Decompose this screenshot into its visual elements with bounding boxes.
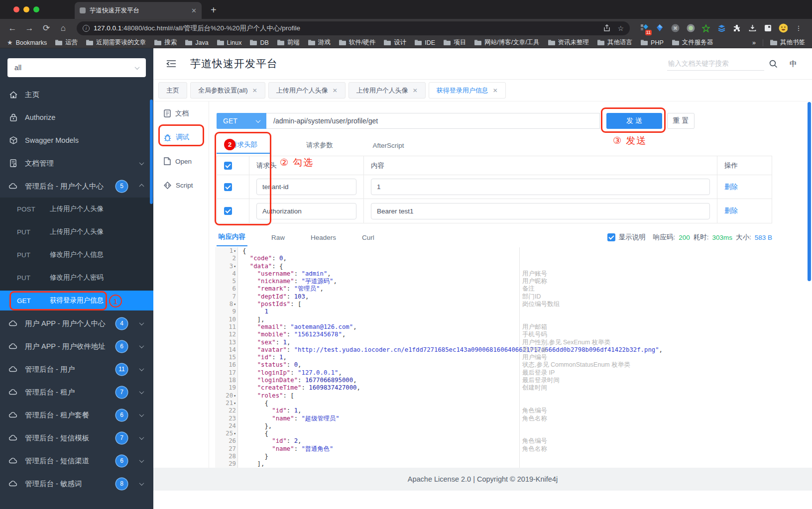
line-number[interactable]: 20▾ bbox=[215, 392, 238, 400]
line-number[interactable]: 18 bbox=[215, 377, 238, 384]
search-icon[interactable] bbox=[769, 60, 778, 68]
download-extension-icon[interactable] bbox=[748, 24, 757, 33]
window-zoom-button[interactable] bbox=[33, 6, 39, 12]
bookmark-folder[interactable]: PHP bbox=[641, 39, 664, 46]
bookmark-folder[interactable]: 资讯未整理 bbox=[548, 38, 589, 47]
bookmark-folder[interactable]: 游戏 bbox=[308, 38, 331, 47]
sidebar-group-item[interactable]: 用户 APP - 用户个人中心 4 bbox=[0, 312, 153, 335]
line-number[interactable]: 7 bbox=[215, 293, 238, 301]
delete-row-link[interactable]: 删除 bbox=[724, 206, 738, 215]
other-bookmarks-folder[interactable]: 其他书签 bbox=[770, 38, 805, 47]
bookmark-folder[interactable]: 搜索 bbox=[154, 38, 177, 47]
tab-request-headers[interactable]: 请求头部 bbox=[217, 137, 271, 154]
window-close-button[interactable] bbox=[13, 6, 19, 12]
header-name-input[interactable] bbox=[256, 203, 356, 219]
bookmark-folder[interactable]: DB bbox=[250, 39, 268, 46]
star-extension-icon[interactable] bbox=[701, 24, 710, 33]
tab-headers[interactable]: Headers bbox=[309, 228, 338, 246]
line-number[interactable]: 27 bbox=[215, 445, 238, 453]
api-endpoint-item[interactable]: PUT 上传用户个人头像 bbox=[0, 220, 153, 243]
tab-close-icon[interactable]: ✕ bbox=[413, 87, 418, 94]
sidebar-item-swagger-models[interactable]: Swagger Models bbox=[0, 129, 153, 152]
send-button[interactable]: 发 送 bbox=[606, 113, 662, 129]
address-bar[interactable]: i 127.0.0.1:48080/doc.html#/all/管理后台%20-… bbox=[77, 21, 630, 35]
home-icon[interactable]: ⌂ bbox=[56, 23, 71, 33]
menu-kebab-icon[interactable]: ⋮ bbox=[794, 24, 803, 33]
tab-close-icon[interactable]: ✕ bbox=[333, 87, 338, 94]
line-number[interactable]: 8▾ bbox=[215, 301, 238, 308]
line-number[interactable]: 9 bbox=[215, 308, 238, 315]
bookmark-folder[interactable]: 运营 bbox=[55, 38, 78, 47]
bookmark-folder[interactable]: IDE bbox=[415, 39, 435, 46]
nav-item-debug[interactable]: 调试 bbox=[153, 125, 209, 149]
sidebar-group-item[interactable]: 用户 APP - 用户收件地址 6 bbox=[0, 335, 153, 358]
layers-extension-icon[interactable] bbox=[717, 24, 726, 33]
sidebar-group-item[interactable]: 管理后台 - 短信渠道 6 bbox=[0, 449, 153, 472]
line-number[interactable]: 1▾ bbox=[215, 247, 238, 255]
page-scrollbar[interactable] bbox=[808, 102, 811, 281]
sidebar-collapse-icon[interactable] bbox=[166, 60, 176, 68]
api-endpoint-item[interactable]: POST 上传用户个人头像 bbox=[0, 198, 153, 220]
line-number[interactable]: 14 bbox=[215, 346, 238, 354]
http-method-select[interactable]: GET bbox=[217, 113, 266, 129]
tab-close-icon[interactable]: ✕ bbox=[191, 7, 197, 14]
document-tab[interactable]: 全局参数设置(all) ✕ bbox=[190, 82, 265, 99]
bookmark-folder[interactable]: 近期需要读的文章 bbox=[86, 38, 146, 47]
line-number[interactable]: 23 bbox=[215, 415, 238, 422]
delete-row-link[interactable]: 删除 bbox=[724, 183, 738, 192]
header-name-input[interactable] bbox=[256, 179, 356, 195]
window-extension-icon[interactable] bbox=[763, 24, 772, 33]
sidebar-group-item[interactable]: 管理后台 - 租户套餐 6 bbox=[0, 404, 153, 426]
puzzle-extension-icon[interactable] bbox=[732, 24, 741, 33]
line-number[interactable]: 3▾ bbox=[215, 263, 238, 270]
record-extension-icon[interactable] bbox=[686, 24, 695, 33]
grid-extension-icon[interactable]: 11 bbox=[640, 24, 649, 33]
bookmark-folder[interactable]: 设计 bbox=[384, 38, 406, 47]
bookmark-folder[interactable]: 文件服务器 bbox=[672, 38, 713, 47]
show-description-checkbox[interactable] bbox=[607, 233, 615, 241]
bookmark-folder[interactable]: 其他语言 bbox=[597, 38, 632, 47]
document-tab[interactable]: 上传用户个人头像 ✕ bbox=[348, 82, 426, 99]
line-number[interactable]: 6 bbox=[215, 285, 238, 293]
select-all-checkbox[interactable] bbox=[224, 162, 232, 170]
sidebar-item-doc-manage[interactable]: 文档管理 bbox=[0, 152, 153, 175]
line-number[interactable]: 11 bbox=[215, 323, 238, 331]
sidebar-item-home[interactable]: 主页 bbox=[0, 83, 153, 106]
command-extension-icon[interactable]: ⌘ bbox=[671, 24, 680, 33]
line-number[interactable]: 12 bbox=[215, 331, 238, 338]
site-info-icon[interactable]: i bbox=[83, 25, 90, 32]
tab-curl[interactable]: Curl bbox=[360, 228, 376, 246]
sidebar-group-item[interactable]: 管理后台 - 租户 7 bbox=[0, 381, 153, 404]
back-icon[interactable]: ← bbox=[5, 23, 20, 33]
line-number[interactable]: 17 bbox=[215, 369, 238, 377]
bookmark-folder[interactable]: Java bbox=[185, 39, 208, 46]
request-url-input[interactable] bbox=[266, 113, 600, 129]
row-checkbox[interactable] bbox=[224, 183, 232, 191]
tab-close-icon[interactable]: ✕ bbox=[252, 87, 257, 94]
line-number[interactable]: 19 bbox=[215, 384, 238, 392]
bookmark-folder[interactable]: 网站/博客/文章/工具 bbox=[474, 38, 539, 47]
line-number[interactable]: 21▾ bbox=[215, 400, 238, 407]
bookmark-folder[interactable]: Linux bbox=[217, 39, 242, 46]
sidebar-scrollbar[interactable] bbox=[150, 100, 153, 204]
browser-tab[interactable]: 芋道快速开发平台 ✕ bbox=[75, 2, 202, 19]
header-value-input[interactable] bbox=[371, 179, 710, 195]
nav-item-doc[interactable]: 文档 bbox=[153, 102, 209, 125]
reload-icon[interactable]: ⟳ bbox=[39, 23, 54, 33]
forward-icon[interactable]: → bbox=[22, 23, 37, 33]
line-number[interactable]: 26 bbox=[215, 437, 238, 445]
document-tab[interactable]: 上传用户个人头像 ✕ bbox=[268, 82, 346, 99]
document-tab[interactable]: 主页 bbox=[158, 82, 187, 99]
line-number[interactable]: 5 bbox=[215, 278, 238, 285]
sidebar-group-item[interactable]: 管理后台 - 短信模板 7 bbox=[0, 426, 153, 449]
line-number[interactable]: 2 bbox=[215, 255, 238, 262]
bookmark-folder[interactable]: 软件/硬件 bbox=[339, 38, 375, 47]
tab-close-icon[interactable]: ✕ bbox=[493, 87, 498, 94]
window-minimize-button[interactable] bbox=[23, 6, 29, 12]
tab-request-params[interactable]: 请求参数 bbox=[292, 137, 347, 154]
header-value-input[interactable] bbox=[371, 203, 710, 219]
line-number[interactable]: 10 bbox=[215, 316, 238, 323]
kite-extension-icon[interactable] bbox=[655, 24, 664, 33]
line-number[interactable]: 4 bbox=[215, 270, 238, 278]
line-number[interactable]: 25▾ bbox=[215, 430, 238, 437]
